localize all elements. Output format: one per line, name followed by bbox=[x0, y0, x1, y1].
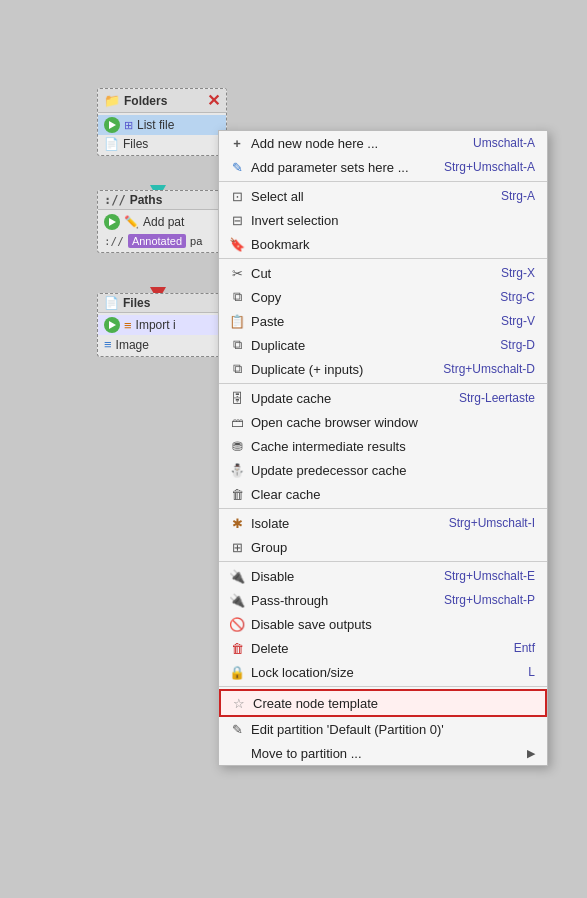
duplicate-shortcut: Strg-D bbox=[500, 338, 535, 352]
image-row[interactable]: ≡ Image bbox=[98, 335, 226, 354]
menu-passthrough[interactable]: 🔌 Pass-through Strg+Umschalt-P bbox=[219, 588, 547, 612]
delete-label: Delete bbox=[251, 641, 289, 656]
menu-copy[interactable]: ⧉ Copy Strg-C bbox=[219, 285, 547, 309]
cut-shortcut: Strg-X bbox=[501, 266, 535, 280]
menu-delete[interactable]: 🗑 Delete Entf bbox=[219, 636, 547, 660]
cut-icon: ✂ bbox=[229, 265, 245, 281]
update-pred-label: Update predecessor cache bbox=[251, 463, 406, 478]
folder-icon: 📁 bbox=[104, 93, 120, 108]
cache-inter-label: Cache intermediate results bbox=[251, 439, 406, 454]
cache3-icon: ⛄ bbox=[229, 462, 245, 478]
add-node-label: Add new node here ... bbox=[251, 136, 378, 151]
lock-icon: 🔒 bbox=[229, 664, 245, 680]
sep-3 bbox=[219, 383, 547, 384]
files2-header: 📄 Files bbox=[98, 294, 226, 313]
list-files-label: List file bbox=[137, 118, 174, 132]
cache-icon: 🗃 bbox=[229, 414, 245, 430]
sep-1 bbox=[219, 181, 547, 182]
sep-5 bbox=[219, 561, 547, 562]
disable-label: Disable bbox=[251, 569, 294, 584]
cache2-icon: ⛃ bbox=[229, 438, 245, 454]
trash-icon: 🗑 bbox=[229, 640, 245, 656]
menu-add-param[interactable]: ✎ Add parameter sets here ... Strg+Umsch… bbox=[219, 155, 547, 179]
play-icon bbox=[104, 117, 120, 133]
image-icon: ≡ bbox=[104, 337, 112, 352]
duplicate-label: Duplicate bbox=[251, 338, 305, 353]
pencil-icon: ✏️ bbox=[124, 215, 139, 229]
folders-panel: 📁 Folders ✕ ⊞ List file 📄 Files bbox=[97, 88, 227, 156]
grid-icon: ⊞ bbox=[124, 119, 133, 132]
passthrough-shortcut: Strg+Umschalt-P bbox=[444, 593, 535, 607]
clear-icon: 🗑 bbox=[229, 486, 245, 502]
param-icon: ✎ bbox=[229, 159, 245, 175]
path-icon: :// bbox=[104, 235, 124, 248]
add-path-label: Add pat bbox=[143, 215, 184, 229]
menu-paste[interactable]: 📋 Paste Strg-V bbox=[219, 309, 547, 333]
import-row[interactable]: ≡ Import i bbox=[98, 315, 226, 335]
menu-create-template[interactable]: ☆ Create node template bbox=[219, 689, 547, 717]
folders-header: 📁 Folders ✕ bbox=[98, 89, 226, 113]
menu-move-partition[interactable]: · Move to partition ... ▶ bbox=[219, 741, 547, 765]
disable-icon: 🔌 bbox=[229, 568, 245, 584]
open-cache-label: Open cache browser window bbox=[251, 415, 418, 430]
edit2-icon: ✎ bbox=[229, 721, 245, 737]
menu-duplicate-inputs[interactable]: ⧉ Duplicate (+ inputs) Strg+Umschalt-D bbox=[219, 357, 547, 381]
dup2-icon: ⧉ bbox=[229, 361, 245, 377]
paste-label: Paste bbox=[251, 314, 284, 329]
menu-update-cache[interactable]: 🗄 Update cache Strg-Leertaste bbox=[219, 386, 547, 410]
menu-select-all[interactable]: ⊡ Select all Strg-A bbox=[219, 184, 547, 208]
delete-shortcut: Entf bbox=[514, 641, 535, 655]
add-path-row[interactable]: ✏️ Add pat bbox=[98, 212, 226, 232]
import-label: Import i bbox=[136, 318, 176, 332]
menu-disable[interactable]: 🔌 Disable Strg+Umschalt-E bbox=[219, 564, 547, 588]
files-label: Files bbox=[123, 137, 148, 151]
cut-label: Cut bbox=[251, 266, 271, 281]
bookmark-label: Bookmark bbox=[251, 237, 310, 252]
db-icon: 🗄 bbox=[229, 390, 245, 406]
menu-add-node[interactable]: + Add new node here ... Umschalt-A bbox=[219, 131, 547, 155]
menu-edit-partition[interactable]: ✎ Edit partition 'Default (Partition 0)' bbox=[219, 717, 547, 741]
move-icon: · bbox=[229, 745, 245, 761]
invert-icon: ⊟ bbox=[229, 212, 245, 228]
menu-duplicate[interactable]: ⧉ Duplicate Strg-D bbox=[219, 333, 547, 357]
file-icon-2: 📄 bbox=[104, 296, 119, 310]
annotated-path-text: pa bbox=[190, 235, 202, 247]
menu-cache-inter[interactable]: ⛃ Cache intermediate results bbox=[219, 434, 547, 458]
menu-isolate[interactable]: ✱ Isolate Strg+Umschalt-I bbox=[219, 511, 547, 535]
add-node-shortcut: Umschalt-A bbox=[473, 136, 535, 150]
context-menu: + Add new node here ... Umschalt-A ✎ Add… bbox=[218, 130, 548, 766]
select-all-label: Select all bbox=[251, 189, 304, 204]
menu-invert[interactable]: ⊟ Invert selection bbox=[219, 208, 547, 232]
paste-icon: 📋 bbox=[229, 313, 245, 329]
menu-lock[interactable]: 🔒 Lock location/size L bbox=[219, 660, 547, 684]
menu-disable-save[interactable]: 🚫 Disable save outputs bbox=[219, 612, 547, 636]
dup-icon: ⧉ bbox=[229, 337, 245, 353]
sep-6 bbox=[219, 686, 547, 687]
annotated-label: Annotated bbox=[128, 234, 186, 248]
add-param-shortcut: Strg+Umschalt-A bbox=[444, 160, 535, 174]
menu-clear-cache[interactable]: 🗑 Clear cache bbox=[219, 482, 547, 506]
menu-update-pred[interactable]: ⛄ Update predecessor cache bbox=[219, 458, 547, 482]
menu-cut[interactable]: ✂ Cut Strg-X bbox=[219, 261, 547, 285]
annotated-path-row[interactable]: :// Annotated pa bbox=[98, 232, 226, 250]
menu-group[interactable]: ⊞ Group bbox=[219, 535, 547, 559]
folders-title: Folders bbox=[124, 94, 167, 108]
sep-4 bbox=[219, 508, 547, 509]
add-param-label: Add parameter sets here ... bbox=[251, 160, 409, 175]
star-icon: ☆ bbox=[231, 695, 247, 711]
paths-header: :// Paths bbox=[98, 191, 226, 210]
select-icon: ⊡ bbox=[229, 188, 245, 204]
menu-open-cache[interactable]: 🗃 Open cache browser window bbox=[219, 410, 547, 434]
files-panel: 📄 Files ≡ Import i ≡ Image bbox=[97, 293, 227, 357]
play-icon-3 bbox=[104, 317, 120, 333]
menu-bookmark[interactable]: 🔖 Bookmark bbox=[219, 232, 547, 256]
select-all-shortcut: Strg-A bbox=[501, 189, 535, 203]
sep-2 bbox=[219, 258, 547, 259]
passthrough-label: Pass-through bbox=[251, 593, 328, 608]
files-row[interactable]: 📄 Files bbox=[98, 135, 226, 153]
list-files-row[interactable]: ⊞ List file bbox=[98, 115, 226, 135]
paste-shortcut: Strg-V bbox=[501, 314, 535, 328]
create-template-label: Create node template bbox=[253, 696, 378, 711]
import-icon: ≡ bbox=[124, 318, 132, 333]
bookmark-icon: 🔖 bbox=[229, 236, 245, 252]
